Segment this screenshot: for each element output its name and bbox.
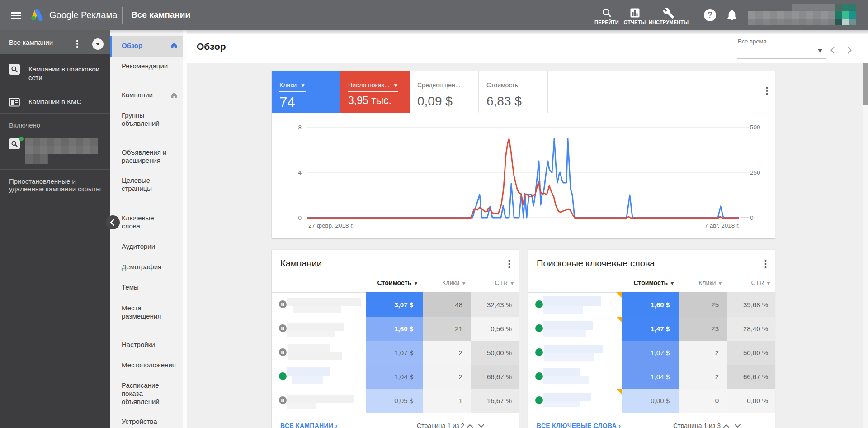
svg-text:8: 8 — [298, 124, 302, 131]
svg-text:0: 0 — [750, 214, 754, 221]
svg-text:27 февр. 2018 г.: 27 февр. 2018 г. — [308, 222, 354, 229]
svg-text:250: 250 — [750, 169, 760, 176]
svg-text:7 авг. 2018 г.: 7 авг. 2018 г. — [704, 222, 740, 229]
svg-text:4: 4 — [298, 169, 302, 176]
svg-text:500: 500 — [750, 124, 760, 131]
svg-text:0: 0 — [298, 214, 302, 221]
